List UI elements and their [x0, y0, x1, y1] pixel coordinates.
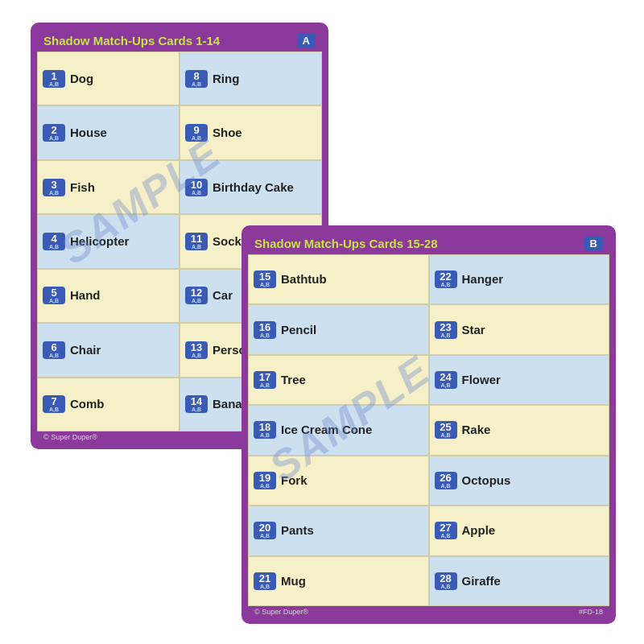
item-label: Ring [213, 72, 239, 86]
list-item: 16A,BPencil [248, 304, 429, 354]
card-2-badge: B [584, 236, 603, 251]
list-item: 9A,BShoe [180, 105, 322, 159]
number-badge: 22A,B [435, 270, 457, 288]
list-item: 19A,BFork [248, 456, 429, 506]
list-item: 3A,BFish [37, 160, 180, 214]
card-2-grid: 15A,BBathtub22A,BHanger16A,BPencil23A,BS… [248, 254, 609, 606]
card-2-header: Shadow Match-Ups Cards 15-28 B [248, 232, 609, 254]
item-label: Fork [281, 473, 308, 488]
item-label: Star [462, 323, 485, 337]
list-item: 27A,BApple [429, 506, 610, 555]
number-badge: 21A,B [254, 572, 276, 590]
number-badge: 18A,B [254, 421, 276, 439]
list-item: 2A,BHouse [37, 105, 180, 159]
item-label: Hand [70, 288, 101, 303]
card-2-footer: © Super Duper® #FD-18 [248, 606, 609, 617]
list-item: 23A,BStar [429, 304, 610, 354]
number-badge: 9A,B [185, 124, 208, 142]
scene: Shadow Match-Ups Cards 1-14 A 1A,BDog8A,… [0, 0, 644, 644]
list-item: 17A,BTree [248, 355, 429, 405]
item-label: Dog [70, 72, 93, 86]
item-label: Flower [462, 373, 501, 387]
list-item: 24A,BFlower [429, 355, 610, 405]
item-label: Mug [281, 574, 306, 588]
list-item: 26A,BOctopus [429, 456, 610, 506]
item-label: Fish [70, 180, 95, 195]
list-item: 10A,BBirthday Cake [180, 160, 322, 214]
item-label: Ice Cream Cone [281, 423, 372, 437]
item-label: Pants [281, 523, 314, 538]
card-1-footer-left: © Super Duper® [43, 433, 97, 441]
list-item: 8A,BRing [180, 52, 322, 105]
number-badge: 12A,B [185, 287, 208, 304]
item-label: Tree [281, 373, 306, 387]
list-item: 28A,BGiraffe [429, 556, 610, 606]
number-badge: 6A,B [43, 341, 65, 359]
item-label: Pencil [281, 323, 316, 337]
number-badge: 8A,B [185, 70, 208, 88]
number-badge: 4A,B [43, 233, 65, 250]
list-item: 4A,BHelicopter [37, 214, 180, 268]
item-label: Apple [462, 523, 496, 538]
list-item: 1A,BDog [37, 52, 180, 105]
list-item: 21A,BMug [248, 556, 429, 606]
number-badge: 25A,B [435, 421, 457, 439]
list-item: 22A,BHanger [429, 254, 610, 304]
item-label: Shoe [213, 126, 242, 140]
item-label: Hanger [462, 272, 504, 287]
item-label: Birthday Cake [213, 180, 294, 195]
number-badge: 10A,B [185, 179, 208, 196]
item-label: Octopus [462, 473, 511, 488]
list-item: 6A,BChair [37, 323, 180, 377]
item-label: Giraffe [462, 574, 501, 588]
number-badge: 3A,B [43, 179, 65, 196]
number-badge: 24A,B [435, 371, 457, 389]
number-badge: 17A,B [254, 371, 276, 389]
card-1-header: Shadow Match-Ups Cards 1-14 A [37, 29, 322, 52]
list-item: 20A,BPants [248, 506, 429, 555]
item-label: Chair [70, 343, 101, 357]
item-label: Sock [213, 234, 242, 249]
item-label: Rake [462, 423, 491, 437]
number-badge: 20A,B [254, 522, 276, 539]
card-1-badge: A [297, 33, 316, 48]
number-badge: 28A,B [435, 572, 457, 590]
item-label: Comb [70, 397, 105, 411]
number-badge: 16A,B [254, 321, 276, 339]
number-badge: 27A,B [435, 522, 457, 539]
number-badge: 23A,B [435, 321, 457, 339]
number-badge: 2A,B [43, 124, 65, 142]
number-badge: 13A,B [185, 341, 208, 359]
number-badge: 7A,B [43, 395, 65, 413]
number-badge: 15A,B [254, 270, 276, 288]
item-label: Bathtub [281, 272, 327, 287]
item-label: Helicopter [70, 234, 129, 249]
list-item: 5A,BHand [37, 269, 180, 323]
list-item: 7A,BComb [37, 378, 180, 431]
number-badge: 11A,B [185, 233, 208, 250]
card-1-title: Shadow Match-Ups Cards 1-14 [43, 34, 220, 47]
number-badge: 14A,B [185, 395, 208, 413]
number-badge: 5A,B [43, 287, 65, 304]
number-badge: 19A,B [254, 472, 276, 489]
list-item: 18A,BIce Cream Cone [248, 405, 429, 455]
item-label: Car [213, 288, 233, 303]
number-badge: 1A,B [43, 70, 65, 88]
number-badge: 26A,B [435, 472, 457, 489]
list-item: 25A,BRake [429, 405, 610, 455]
item-label: House [70, 126, 107, 140]
card-2-footer-right: #FD-18 [579, 608, 603, 616]
card-2-footer-left: © Super Duper® [254, 608, 308, 616]
list-item: 15A,BBathtub [248, 254, 429, 304]
card-2-title: Shadow Match-Ups Cards 15-28 [254, 237, 438, 250]
card-2: Shadow Match-Ups Cards 15-28 B 15A,BBath… [242, 225, 616, 624]
